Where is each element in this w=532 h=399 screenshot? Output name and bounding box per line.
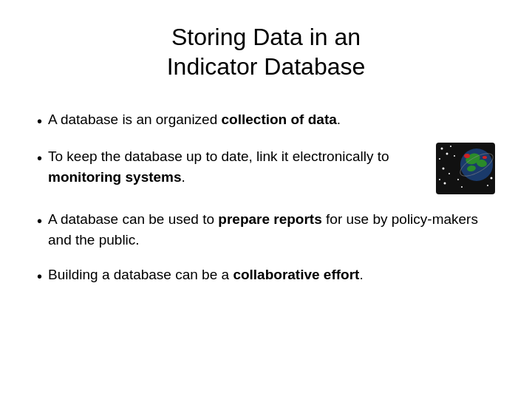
svg-point-6 xyxy=(482,156,487,159)
globe-svg xyxy=(436,143,495,194)
bullet-text-4: Building a database can be a collaborati… xyxy=(48,265,495,285)
svg-point-13 xyxy=(457,179,459,180)
svg-point-18 xyxy=(487,185,488,186)
svg-point-17 xyxy=(449,173,450,174)
svg-point-12 xyxy=(443,168,445,170)
svg-point-19 xyxy=(491,177,493,180)
svg-point-10 xyxy=(439,158,440,160)
bullet-row-2: To keep the database up to date, link it… xyxy=(48,146,495,194)
globe-image xyxy=(436,143,495,194)
bullet-text-2: To keep the database up to date, link it… xyxy=(48,146,429,187)
svg-point-9 xyxy=(446,153,449,155)
svg-point-11 xyxy=(454,155,455,157)
bullet-item-4: • Building a database can be a collabora… xyxy=(37,257,495,294)
bullet-item-1: • A database is an organized collection … xyxy=(37,102,495,139)
svg-point-5 xyxy=(464,154,470,158)
bullet-list: • A database is an organized collection … xyxy=(37,102,495,294)
bullet-item-2: • To keep the database up to date, link … xyxy=(37,139,495,202)
title-line1: Storing Data in an xyxy=(167,22,366,52)
bullet-item-3: • A database can be used to prepare repo… xyxy=(37,202,495,257)
bullet-text-3: A database can be used to prepare report… xyxy=(48,209,495,250)
bullet-dot-2: • xyxy=(37,148,42,168)
svg-point-7 xyxy=(441,148,443,150)
bullet-dot-3: • xyxy=(37,211,42,231)
slide-title: Storing Data in an Indicator Database xyxy=(167,22,366,81)
title-line2: Indicator Database xyxy=(167,52,366,81)
bullet-dot-4: • xyxy=(37,266,42,287)
svg-point-16 xyxy=(439,179,440,180)
svg-point-14 xyxy=(444,183,446,185)
svg-point-15 xyxy=(461,186,463,188)
bullet-dot-1: • xyxy=(37,111,42,132)
svg-point-8 xyxy=(450,146,451,147)
bullet-text-1: A database is an organized collection of… xyxy=(48,109,495,130)
